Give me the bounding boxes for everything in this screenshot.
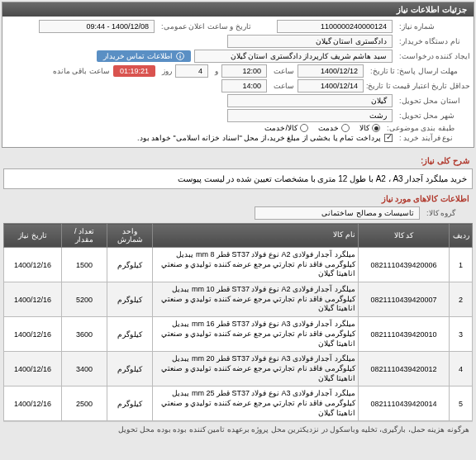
buy-process-note: پرداخت تمام یا بخشی از مبلغ خرید،از محل …: [137, 134, 381, 142]
desc-label: شرح کلی نیاز:: [7, 156, 469, 165]
time-label-2: ساعت: [270, 82, 294, 90]
cell-name: میلگرد آجدار فولادی A3 نوع فولاد ST37 قط…: [153, 386, 359, 421]
cell-unit: کیلوگرم: [107, 386, 153, 421]
category-radio-group: کالا خدمت کالا/خدمت: [264, 124, 380, 132]
province-value: گیلان: [227, 94, 393, 107]
cell-code: 0821110439420012: [359, 352, 450, 386]
th-date: تاریخ نیاز: [4, 224, 62, 248]
table-header-row: ردیف کد کالا نام کالا واحد شمارش تعداد /…: [4, 224, 473, 248]
cell-code: 0821110439420007: [359, 282, 450, 317]
cell-idx: 2: [450, 282, 473, 317]
requester-label: ایجاد کننده درخواست:: [396, 52, 470, 60]
cell-date: 1400/12/16: [4, 352, 62, 386]
public-time-label: تاریخ و ساعت اعلان عمومی:: [158, 22, 274, 31]
deadline-label: مهلت ارسال پاسخ: تا تاریخ:: [367, 67, 470, 75]
validity-date: 1400/12/14: [298, 79, 364, 92]
cell-code: 0821110439420006: [359, 248, 450, 282]
time-label-1: ساعت: [270, 67, 294, 75]
cell-qty: 3400: [62, 352, 107, 386]
cell-idx: 3: [450, 317, 473, 352]
cell-name: میلگرد آجدار فولادی A2 نوع فولاد ST37 قط…: [153, 248, 359, 282]
public-time-value: 1400/12/08 - 09:44: [39, 20, 155, 33]
items-table: ردیف کد کالا نام کالا واحد شمارش تعداد /…: [3, 223, 473, 421]
city-label: شهر محل تحویل:: [396, 111, 470, 120]
days-value: 4: [175, 64, 208, 78]
desc-text: خرید میلگرد آجدار A2 ، A3 با طول 12 متری…: [3, 168, 473, 189]
table-row[interactable]: 50821110439420014میلگرد آجدار فولادی A3 …: [4, 386, 473, 421]
category-label: طبقه بندی موضوعی:: [383, 124, 470, 132]
contact-badge-label: اطلاعات تماس خریدار: [103, 52, 173, 60]
radio-service[interactable]: خدمت: [318, 124, 350, 132]
th-idx: ردیف: [450, 224, 473, 248]
cell-date: 1400/12/16: [4, 386, 62, 421]
buy-process-checkbox[interactable]: [384, 134, 393, 142]
radio-both[interactable]: کالا/خدمت: [264, 124, 308, 132]
day-label: روز: [159, 67, 172, 75]
table-row[interactable]: 30821110439420010میلگرد آجدار فولادی A3 …: [4, 317, 473, 352]
footer-note: هرگونه هزینه حمل، بارگیری، تخلیه وباسکول…: [3, 421, 473, 437]
and-label: و: [212, 67, 218, 75]
info-icon: [176, 52, 184, 60]
cell-name: میلگرد آجدار فولادی A3 نوع فولاد ST37 قط…: [153, 317, 359, 352]
cell-qty: 1500: [62, 248, 107, 282]
group-value: تاسیسات و مصالح ساختمانی: [255, 206, 420, 220]
cell-date: 1400/12/16: [4, 282, 62, 317]
validity-label: حداقل تاریخ اعتبار قیمت تا تاریخ:: [367, 82, 470, 90]
cell-qty: 5200: [62, 282, 107, 317]
deadline-time: 12:00: [221, 64, 267, 78]
cell-name: میلگرد آجدار فولادی A3 نوع فولاد ST37 قط…: [153, 352, 359, 386]
cell-date: 1400/12/16: [4, 248, 62, 282]
contact-badge[interactable]: اطلاعات تماس خریدار: [97, 50, 191, 62]
buyer-label: نام دستگاه خریدار:: [396, 37, 470, 45]
remain-label: ساعت باقی مانده: [50, 67, 110, 75]
svg-point-2: [179, 54, 180, 55]
cell-name: میلگرد آجدار فولادی A2 نوع فولاد ST37 قط…: [153, 282, 359, 317]
countdown-timer: 01:19:21: [113, 65, 155, 77]
radio-icon: [341, 124, 350, 132]
cell-unit: کیلوگرم: [107, 248, 153, 282]
need-no-value: 1100000240000124: [277, 20, 393, 33]
group-label: گروه کالا:: [423, 209, 473, 217]
province-label: استان محل تحویل:: [396, 97, 470, 105]
requester-value: سید هاشم شریف کارپرداز دادگستری استان گی…: [194, 50, 393, 63]
cell-date: 1400/12/16: [4, 317, 62, 352]
cell-unit: کیلوگرم: [107, 317, 153, 352]
radio-icon: [372, 124, 380, 132]
radio-icon: [300, 124, 308, 132]
cell-unit: کیلوگرم: [107, 282, 153, 317]
cell-idx: 5: [450, 386, 473, 421]
city-value: رشت: [227, 109, 393, 122]
cell-qty: 2500: [62, 386, 107, 421]
cell-qty: 3600: [62, 317, 107, 352]
table-row[interactable]: 40821110439420012میلگرد آجدار فولادی A3 …: [4, 352, 473, 386]
table-row[interactable]: 20821110439420007میلگرد آجدار فولادی A2 …: [4, 282, 473, 317]
deadline-date: 1400/12/12: [298, 64, 364, 78]
details-panel: جزئیات اطلاعات نیاز شماره نیاز: 11000002…: [2, 2, 474, 148]
th-code: کد کالا: [359, 224, 450, 248]
table-row[interactable]: 10821110439420006میلگرد آجدار فولادی A2 …: [4, 248, 473, 282]
buy-process-label: نوع فرآیند خرید :: [396, 134, 470, 142]
items-section-title: اطلاعات کالاهای مورد نیاز: [7, 194, 469, 203]
validity-time: 14:00: [221, 79, 267, 92]
cell-unit: کیلوگرم: [107, 352, 153, 386]
th-name: نام کالا: [153, 224, 359, 248]
cell-idx: 4: [450, 352, 473, 386]
cell-code: 0821110439420010: [359, 317, 450, 352]
cell-idx: 1: [450, 248, 473, 282]
need-no-label: شماره نیاز:: [396, 22, 470, 31]
th-qty: تعداد / مقدار: [62, 224, 107, 248]
radio-goods[interactable]: کالا: [359, 124, 380, 132]
buyer-value: دادگستری استان گیلان: [227, 35, 393, 48]
th-unit: واحد شمارش: [107, 224, 153, 248]
panel-title: جزئیات اطلاعات نیاز: [2, 2, 474, 17]
svg-rect-1: [179, 55, 180, 58]
cell-code: 0821110439420014: [359, 386, 450, 421]
